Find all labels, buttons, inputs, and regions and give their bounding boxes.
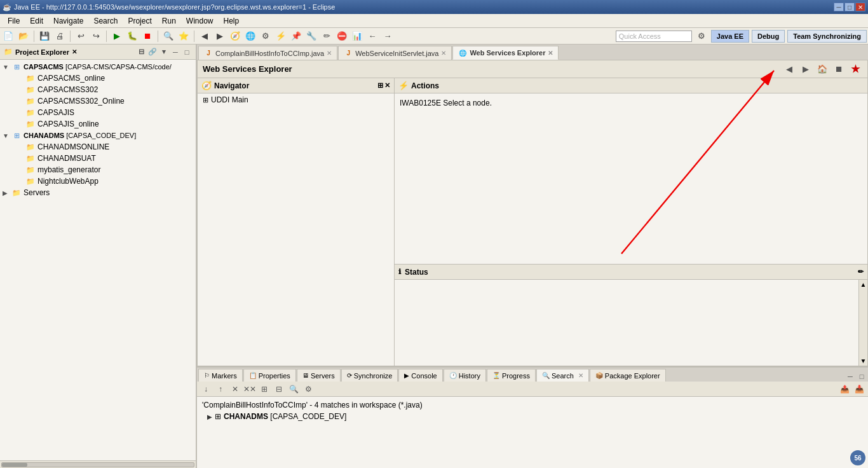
toolbar-next[interactable]: ▶ xyxy=(213,29,227,43)
toolbar-nav[interactable]: 🧭 xyxy=(228,29,242,43)
toolbar-ext2[interactable]: ⚡ xyxy=(274,29,288,43)
tab-close-complainbill[interactable]: ✕ xyxy=(327,50,332,57)
menu-run[interactable]: Run xyxy=(157,15,181,27)
search-remove-all-btn[interactable]: ✕✕ xyxy=(243,383,256,395)
search-close-icon[interactable]: ✕ xyxy=(578,372,583,379)
menu-help[interactable]: Help xyxy=(219,15,245,27)
bottom-tab-console[interactable]: ▶ Console xyxy=(398,369,442,382)
search-export-btn[interactable]: 📤 xyxy=(838,383,851,395)
tree-item-capsajis-online[interactable]: 📁 CAPSAJIS_online xyxy=(0,118,196,130)
quick-access-input[interactable]: Quick Access xyxy=(616,31,692,42)
toolbar-debug[interactable]: 🐛 xyxy=(125,29,139,43)
search-next-btn[interactable]: ↓ xyxy=(200,383,212,395)
minimize-button[interactable]: ─ xyxy=(834,3,844,11)
tree-item-mybatis[interactable]: 📁 mybatis_generator xyxy=(0,164,196,176)
tab-complainbill[interactable]: J ComplainBillHostInfoToCCImp.java ✕ xyxy=(198,46,337,60)
bottom-tab-markers[interactable]: ⚐ Markers xyxy=(198,369,243,382)
toolbar-ext7[interactable]: 📊 xyxy=(350,29,364,43)
toolbar-undo[interactable]: ↩ xyxy=(74,29,88,43)
bottom-tab-sync[interactable]: ⟳ Synchronize xyxy=(341,369,398,382)
toolbar-global[interactable]: 🌐 xyxy=(243,29,257,43)
bottom-minimize-btn[interactable]: ─ xyxy=(845,371,855,382)
toolbar-prev[interactable]: ◀ xyxy=(198,29,212,43)
wse-back-btn[interactable]: ◀ xyxy=(782,63,796,76)
wse-menu-btn[interactable]: ★ xyxy=(848,63,862,76)
toolbar-print[interactable]: 🖨 xyxy=(53,29,67,43)
tab-wse[interactable]: 🌐 Web Services Explorer ✕ xyxy=(452,46,559,60)
menu-edit[interactable]: Edit xyxy=(25,15,48,27)
navigator-btn2[interactable]: ✕ xyxy=(384,81,390,90)
collapse-all-button[interactable]: ⊟ xyxy=(136,47,146,57)
toolbar-ext9[interactable]: → xyxy=(381,29,395,43)
perspective-debug[interactable]: Debug xyxy=(752,30,785,43)
toolbar-settings[interactable]: ⚙ xyxy=(695,29,709,43)
tree-item-capsacms[interactable]: ▼ ⊞ CAPSACMS [CAPSA-CMS/CAPSA-CMS/code/ xyxy=(0,61,196,72)
tree-item-nightclub[interactable]: 📁 NightclubWebApp xyxy=(0,176,196,187)
bottom-tab-servers[interactable]: 🖥 Servers xyxy=(297,369,341,382)
menu-navigate[interactable]: Navigate xyxy=(48,15,88,27)
menu-search[interactable]: Search xyxy=(88,15,123,27)
toolbar-new[interactable]: 📄 xyxy=(1,29,15,43)
search-filter-btn[interactable]: 🔍 xyxy=(287,383,300,395)
tab-close-webservice[interactable]: ✕ xyxy=(441,50,446,57)
menu-project[interactable]: Project xyxy=(123,15,156,27)
toolbar-ext3[interactable]: 📌 xyxy=(289,29,303,43)
menu-window[interactable]: Window xyxy=(181,15,219,27)
tree-item-capsacms-online[interactable]: 📁 CAPSACMS_online xyxy=(0,72,196,84)
tree-item-capsajis[interactable]: 📁 CAPSAJIS xyxy=(0,107,196,118)
status-edit-btn[interactable]: ✏ xyxy=(858,268,864,276)
maximize-button[interactable]: □ xyxy=(844,3,855,11)
bottom-tab-package[interactable]: 📦 Package Explorer xyxy=(590,369,666,382)
search-collapse-btn[interactable]: ⊟ xyxy=(273,383,285,395)
search-remove-btn[interactable]: ✕ xyxy=(229,383,241,395)
menu-file[interactable]: File xyxy=(3,15,25,27)
scroll-track[interactable] xyxy=(1,462,194,467)
tab-close-wse[interactable]: ✕ xyxy=(548,50,553,57)
maximize-panel-button[interactable]: □ xyxy=(182,47,192,57)
result-expand-icon[interactable]: ▶ xyxy=(207,413,212,420)
search-expand-btn[interactable]: ⊞ xyxy=(258,383,271,395)
view-menu-button[interactable]: ▾ xyxy=(159,47,169,57)
toolbar-bookmark[interactable]: ⭐ xyxy=(177,29,191,43)
toolbar-run[interactable]: ▶ xyxy=(110,29,124,43)
tree-item-capsacmss302[interactable]: 📁 CAPSACMSS302 xyxy=(0,84,196,95)
toolbar-ext8[interactable]: ← xyxy=(365,29,379,43)
perspective-team[interactable]: Team Synchronizing xyxy=(787,30,867,43)
search-prev-btn[interactable]: ↑ xyxy=(214,383,227,395)
wse-forward-btn[interactable]: ▶ xyxy=(799,63,813,76)
toolbar-ext5[interactable]: ✏ xyxy=(320,29,334,43)
tree-item-capsacmss302online[interactable]: 📁 CAPSACMSS302_Online xyxy=(0,95,196,107)
bottom-tab-search[interactable]: 🔍 Search ✕ xyxy=(536,369,589,382)
toolbar-ext6[interactable]: ⛔ xyxy=(335,29,349,43)
search-settings-btn[interactable]: ⚙ xyxy=(302,383,315,395)
toolbar-search[interactable]: 🔍 xyxy=(161,29,175,43)
search-result-item[interactable]: ▶ ⊞ CHANADMS [CAPSA_CODE_DEV] xyxy=(202,411,863,422)
perspective-javaee[interactable]: Java EE xyxy=(711,30,749,43)
bottom-maximize-btn[interactable]: □ xyxy=(857,371,867,382)
scroll-thumb[interactable] xyxy=(2,463,27,467)
toolbar-stop[interactable]: ⏹ xyxy=(140,29,154,43)
navigator-btn1[interactable]: ⊞ xyxy=(377,81,383,90)
tree-item-chanadmsuat[interactable]: 📁 CHANADMSUAT xyxy=(0,153,196,164)
scroll-up-btn[interactable]: ▲ xyxy=(859,280,868,289)
toolbar-save[interactable]: 💾 xyxy=(37,29,51,43)
toolbar-ext4[interactable]: 🔧 xyxy=(304,29,318,43)
nav-item-uddi[interactable]: ⊞ UDDI Main xyxy=(198,93,394,106)
bottom-tab-progress[interactable]: ⏳ Progress xyxy=(487,369,536,382)
toolbar-open[interactable]: 📂 xyxy=(17,29,31,43)
tree-item-chanadms[interactable]: ▼ ⊞ CHANADMS [CAPSA_CODE_DEV] xyxy=(0,130,196,141)
close-button[interactable]: ✕ xyxy=(855,3,865,11)
bottom-tab-history[interactable]: 🕐 History xyxy=(444,369,486,382)
toolbar-redo[interactable]: ↪ xyxy=(89,29,103,43)
tree-item-chanadmsonline[interactable]: 📁 CHANADMSONLINE xyxy=(0,141,196,153)
scroll-down-btn[interactable]: ▼ xyxy=(859,356,868,366)
minimize-panel-button[interactable]: ─ xyxy=(170,47,180,57)
status-scrollbar[interactable]: ▲ ▼ xyxy=(858,280,867,366)
toolbar-ext1[interactable]: ⚙ xyxy=(259,29,273,43)
project-explorer-scrollbar[interactable] xyxy=(0,460,196,468)
bottom-tab-properties[interactable]: 📋 Properties xyxy=(243,369,296,382)
tree-item-servers[interactable]: ▶ 📁 Servers xyxy=(0,187,196,198)
search-import-btn[interactable]: 📥 xyxy=(853,383,865,395)
tab-webservice[interactable]: J WebServiceInitServlet.java ✕ xyxy=(338,46,452,60)
wse-stop-btn[interactable]: ⏹ xyxy=(832,63,846,76)
